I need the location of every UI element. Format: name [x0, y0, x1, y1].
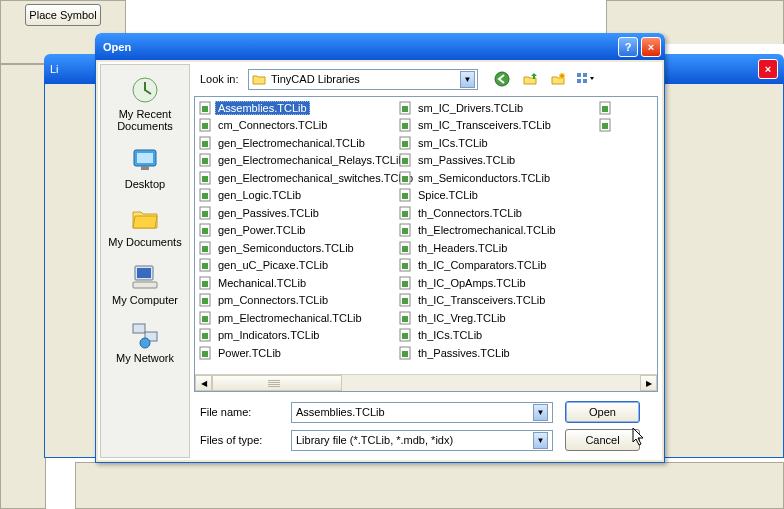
svg-rect-43 [202, 333, 208, 339]
file-item[interactable] [597, 117, 657, 135]
close-button[interactable]: × [641, 37, 661, 57]
file-item[interactable]: Power.TCLib [197, 344, 397, 362]
filetype-label: Files of type: [196, 434, 291, 446]
view-menu-icon[interactable] [576, 69, 596, 89]
file-item[interactable]: th_IC_Transceivers.TCLib [397, 292, 597, 310]
library-file-icon [397, 135, 413, 151]
file-item[interactable]: gen_Electromechanical_Relays.TCLib [197, 152, 397, 170]
open-button[interactable]: Open [565, 401, 640, 423]
file-item[interactable]: sm_Passives.TCLib [397, 152, 597, 170]
file-item[interactable]: gen_Passives.TCLib [197, 204, 397, 222]
file-item[interactable]: th_IC_Comparators.TCLib [397, 257, 597, 275]
file-item[interactable]: gen_uC_Picaxe.TCLib [197, 257, 397, 275]
filename-value: Assemblies.TCLib [296, 406, 385, 418]
library-file-icon [197, 240, 213, 256]
library-file-icon [197, 135, 213, 151]
file-item[interactable]: th_IC_Vreg.TCLib [397, 309, 597, 327]
library-file-icon [197, 100, 213, 116]
file-name: pm_Electromechanical.TCLib [215, 311, 365, 325]
file-list[interactable]: Assemblies.TCLibcm_Connectors.TCLibgen_E… [194, 96, 658, 392]
svg-rect-17 [202, 106, 208, 112]
background-close-button[interactable]: × [758, 59, 778, 79]
place-my-computer[interactable]: My Computer [101, 254, 189, 312]
lookin-combo[interactable]: TinyCAD Libraries ▼ [248, 69, 478, 90]
svg-rect-25 [202, 176, 208, 182]
svg-rect-2 [137, 153, 153, 163]
filetype-combo[interactable]: Library file (*.TCLib, *.mdb, *idx) ▼ [291, 430, 553, 451]
background-title: Li [50, 63, 59, 75]
dropdown-arrow-icon[interactable]: ▼ [533, 404, 548, 421]
cancel-button[interactable]: Cancel [565, 429, 640, 451]
library-file-icon [197, 275, 213, 291]
filename-label: File name: [196, 406, 291, 418]
file-item[interactable]: pm_Electromechanical.TCLib [197, 309, 397, 327]
nav-up-icon[interactable] [520, 69, 540, 89]
svg-rect-57 [402, 193, 408, 199]
svg-rect-59 [402, 211, 408, 217]
place-symbol-button[interactable]: Place Symbol [25, 4, 101, 26]
file-name: sm_IC_Drivers.TCLib [415, 101, 526, 115]
svg-rect-15 [583, 79, 587, 83]
file-item[interactable]: th_Connectors.TCLib [397, 204, 597, 222]
file-item[interactable] [597, 99, 657, 117]
dropdown-arrow-icon[interactable]: ▼ [460, 71, 475, 88]
library-file-icon [197, 152, 213, 168]
open-file-dialog: Open ? × My Recent Documents Desktop [95, 33, 665, 463]
file-item[interactable]: th_Headers.TCLib [397, 239, 597, 257]
scroll-left-arrow[interactable]: ◀ [195, 375, 212, 391]
place-my-documents[interactable]: My Documents [101, 196, 189, 254]
svg-rect-51 [402, 141, 408, 147]
svg-point-10 [495, 72, 509, 86]
file-item[interactable]: th_ICs.TCLib [397, 327, 597, 345]
svg-rect-53 [402, 158, 408, 164]
library-file-icon [397, 240, 413, 256]
place-desktop[interactable]: Desktop [101, 138, 189, 196]
library-file-icon [197, 345, 213, 361]
svg-rect-27 [202, 193, 208, 199]
file-name: sm_Passives.TCLib [415, 153, 518, 167]
file-item[interactable]: th_Electromechanical.TCLib [397, 222, 597, 240]
svg-rect-37 [202, 281, 208, 287]
svg-point-9 [140, 338, 150, 348]
library-file-icon [597, 100, 613, 116]
file-item[interactable]: sm_IC_Transceivers.TCLib [397, 117, 597, 135]
place-label: My Computer [112, 294, 178, 306]
file-item[interactable]: pm_Indicators.TCLib [197, 327, 397, 345]
file-name: th_IC_Comparators.TCLib [415, 258, 549, 272]
file-item[interactable]: gen_Electromechanical_switches.TCLib [197, 169, 397, 187]
computer-icon [129, 260, 161, 292]
folder-icon [251, 71, 267, 87]
svg-rect-5 [137, 268, 151, 278]
file-item[interactable]: pm_Connectors.TCLib [197, 292, 397, 310]
place-my-network[interactable]: My Network [101, 312, 189, 370]
horizontal-scrollbar[interactable]: ◀ ▶ [195, 374, 657, 391]
dropdown-arrow-icon[interactable]: ▼ [533, 432, 548, 449]
file-item[interactable]: sm_Semiconductors.TCLib [397, 169, 597, 187]
help-button[interactable]: ? [618, 37, 638, 57]
file-item[interactable]: sm_ICs.TCLib [397, 134, 597, 152]
scroll-right-arrow[interactable]: ▶ [640, 375, 657, 391]
svg-rect-35 [202, 263, 208, 269]
nav-back-icon[interactable] [492, 69, 512, 89]
new-folder-icon[interactable] [548, 69, 568, 89]
filename-combo[interactable]: Assemblies.TCLib ▼ [291, 402, 553, 423]
file-item[interactable]: sm_IC_Drivers.TCLib [397, 99, 597, 117]
library-file-icon [197, 257, 213, 273]
file-item[interactable]: Mechanical.TCLib [197, 274, 397, 292]
file-item[interactable]: gen_Power.TCLib [197, 222, 397, 240]
svg-rect-65 [402, 263, 408, 269]
file-name: th_IC_Vreg.TCLib [415, 311, 509, 325]
library-file-icon [197, 310, 213, 326]
place-recent[interactable]: My Recent Documents [101, 68, 189, 138]
file-item[interactable]: gen_Logic.TCLib [197, 187, 397, 205]
library-file-icon [397, 310, 413, 326]
file-item[interactable]: Spice.TCLib [397, 187, 597, 205]
svg-rect-19 [202, 123, 208, 129]
file-item[interactable]: th_IC_OpAmps.TCLib [397, 274, 597, 292]
svg-rect-21 [202, 141, 208, 147]
file-item[interactable]: th_Passives.TCLib [397, 344, 597, 362]
file-item[interactable]: gen_Electromechanical.TCLib [197, 134, 397, 152]
file-item[interactable]: cm_Connectors.TCLib [197, 117, 397, 135]
file-item[interactable]: gen_Semiconductors.TCLib [197, 239, 397, 257]
file-item[interactable]: Assemblies.TCLib [197, 99, 397, 117]
